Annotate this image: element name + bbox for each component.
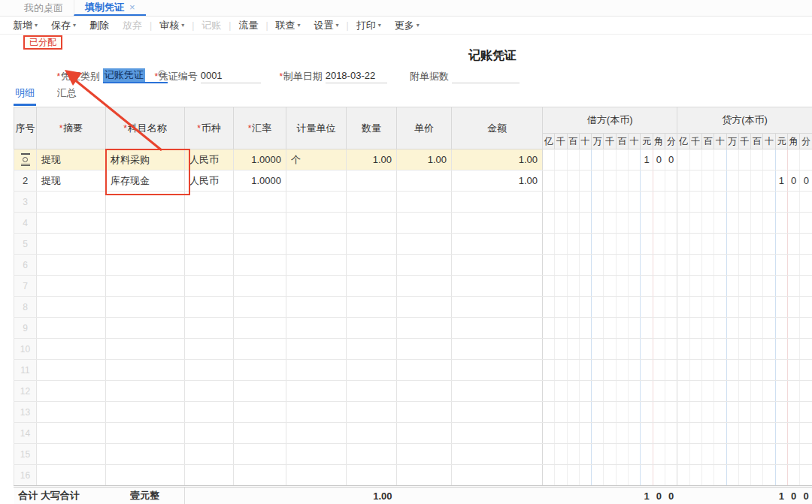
credit-digit-cell[interactable] [726, 213, 738, 234]
cell-amount[interactable] [452, 423, 543, 444]
debit-digit-cell[interactable] [653, 402, 665, 423]
debit-digit-cell[interactable] [629, 318, 641, 339]
cell-quantity[interactable] [347, 423, 397, 444]
cell-currency[interactable]: 人民币 [185, 149, 234, 171]
debit-digit-cell[interactable] [604, 444, 616, 465]
credit-digit-cell[interactable] [751, 297, 763, 318]
debit-digit-cell[interactable] [653, 360, 665, 381]
credit-digit-cell[interactable] [775, 149, 787, 171]
debit-digit-cell[interactable] [665, 171, 677, 192]
debit-digit-cell[interactable] [629, 423, 641, 444]
row-seq-cell[interactable]: 16 [14, 465, 37, 487]
credit-digit-cell[interactable] [800, 192, 812, 213]
cell-unit-price[interactable] [397, 213, 452, 234]
debit-digit-cell[interactable] [543, 465, 555, 487]
debit-digit-cell[interactable] [543, 234, 555, 255]
cell-currency[interactable] [185, 381, 234, 402]
debit-digit-cell[interactable] [641, 255, 653, 276]
debit-digit-cell[interactable] [616, 339, 628, 360]
debit-digit-cell[interactable] [665, 234, 677, 255]
credit-digit-cell[interactable] [689, 339, 701, 360]
credit-digit-cell[interactable] [677, 402, 689, 423]
credit-digit-cell[interactable] [714, 192, 726, 213]
debit-digit-cell[interactable] [567, 381, 579, 402]
cell-exchange-rate[interactable] [234, 213, 286, 234]
cell-amount[interactable] [452, 213, 543, 234]
credit-digit-cell[interactable] [751, 276, 763, 297]
debit-digit-cell[interactable] [579, 423, 591, 444]
debit-digit-cell[interactable] [543, 423, 555, 444]
credit-digit-cell[interactable] [800, 318, 812, 339]
debit-digit-cell[interactable] [629, 255, 641, 276]
delete-button[interactable]: 删除 [83, 19, 116, 32]
cell-unit[interactable] [286, 423, 347, 444]
debit-digit-cell[interactable] [616, 444, 628, 465]
credit-digit-cell[interactable] [714, 255, 726, 276]
debit-digit-cell[interactable] [555, 339, 567, 360]
cell-exchange-rate[interactable] [234, 234, 286, 255]
cell-unit-price[interactable] [397, 234, 452, 255]
debit-digit-cell[interactable] [629, 297, 641, 318]
debit-digit-cell[interactable] [567, 339, 579, 360]
credit-digit-cell[interactable] [702, 171, 714, 192]
cell-account-name[interactable] [106, 381, 185, 402]
debit-digit-cell[interactable] [653, 192, 665, 213]
debit-digit-cell[interactable] [567, 255, 579, 276]
cell-exchange-rate[interactable]: 1.0000 [234, 171, 286, 192]
debit-digit-cell[interactable] [579, 171, 591, 192]
debit-digit-cell[interactable] [555, 255, 567, 276]
debit-digit-cell[interactable] [629, 381, 641, 402]
debit-digit-cell[interactable] [567, 297, 579, 318]
credit-digit-cell[interactable] [751, 192, 763, 213]
debit-digit-cell[interactable] [616, 234, 628, 255]
credit-digit-cell[interactable] [689, 360, 701, 381]
debit-digit-cell[interactable] [616, 255, 628, 276]
cell-currency[interactable] [185, 255, 234, 276]
cell-unit-price[interactable] [397, 297, 452, 318]
cell-exchange-rate[interactable] [234, 360, 286, 381]
debit-digit-cell[interactable] [616, 276, 628, 297]
cell-summary[interactable] [37, 339, 106, 360]
credit-digit-cell[interactable] [800, 465, 812, 487]
debit-digit-cell[interactable] [665, 339, 677, 360]
credit-digit-cell[interactable] [751, 318, 763, 339]
debit-digit-cell[interactable] [641, 234, 653, 255]
debit-digit-cell[interactable] [653, 381, 665, 402]
credit-digit-cell[interactable] [738, 402, 750, 423]
credit-digit-cell[interactable] [775, 423, 787, 444]
credit-digit-cell[interactable] [677, 381, 689, 402]
cell-unit[interactable] [286, 276, 347, 297]
credit-digit-cell[interactable] [738, 444, 750, 465]
cell-currency[interactable] [185, 339, 234, 360]
credit-digit-cell[interactable] [763, 339, 775, 360]
cell-account-name[interactable] [106, 297, 185, 318]
row-seq-cell[interactable]: 11 [14, 360, 37, 381]
credit-digit-cell[interactable] [677, 465, 689, 487]
credit-digit-cell[interactable] [775, 297, 787, 318]
cell-currency[interactable] [185, 213, 234, 234]
debit-digit-cell[interactable] [579, 149, 591, 171]
credit-digit-cell[interactable] [726, 234, 738, 255]
flow-button[interactable]: 流量 [232, 19, 265, 32]
debit-digit-cell[interactable] [665, 192, 677, 213]
credit-digit-cell[interactable] [738, 465, 750, 487]
cell-unit[interactable] [286, 192, 347, 213]
credit-digit-cell[interactable] [726, 423, 738, 444]
row-seq-cell[interactable]: 4 [14, 213, 37, 234]
debit-digit-cell[interactable] [592, 171, 604, 192]
cell-currency[interactable] [185, 465, 234, 487]
debit-digit-cell[interactable] [604, 465, 616, 487]
debit-digit-cell[interactable] [616, 297, 628, 318]
cell-unit[interactable] [286, 444, 347, 465]
credit-digit-cell[interactable] [689, 297, 701, 318]
debit-digit-cell[interactable] [641, 402, 653, 423]
credit-digit-cell[interactable] [714, 149, 726, 171]
debit-digit-cell[interactable] [604, 171, 616, 192]
new-button[interactable]: 新增▾ [6, 19, 44, 32]
debit-digit-cell[interactable] [567, 423, 579, 444]
cell-quantity[interactable] [347, 192, 397, 213]
debit-digit-cell[interactable] [543, 339, 555, 360]
debit-digit-cell[interactable] [592, 381, 604, 402]
cell-exchange-rate[interactable]: 1.0000 [234, 149, 286, 171]
cell-unit[interactable]: 个 [286, 149, 347, 171]
